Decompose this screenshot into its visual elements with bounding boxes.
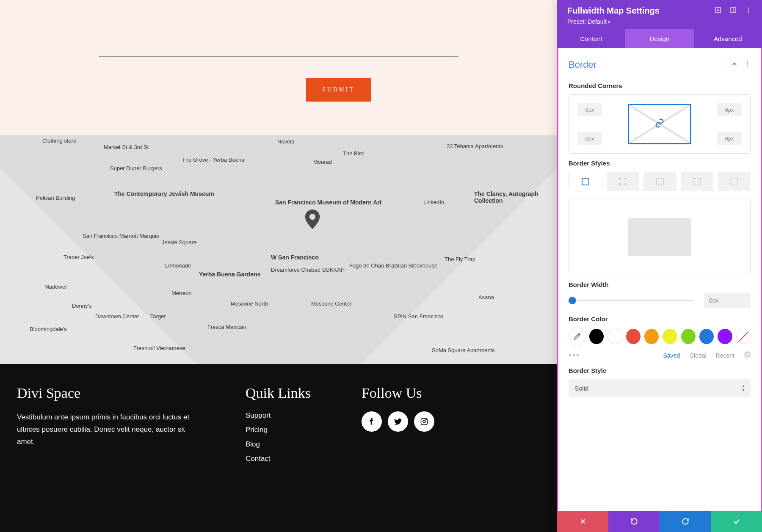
responsive-icon[interactable] <box>730 7 737 15</box>
border-style-left[interactable] <box>718 172 751 191</box>
map-poi-label[interactable]: Clothing store <box>42 138 76 144</box>
corner-tr-input[interactable] <box>717 103 742 116</box>
border-style-all[interactable] <box>569 172 602 191</box>
map-marker-icon[interactable] <box>305 209 320 229</box>
footer-link[interactable]: Contact <box>246 455 311 463</box>
tab-advanced[interactable]: Advanced <box>694 29 762 48</box>
svg-point-13 <box>746 354 748 356</box>
footer-brand-text: Vestibulum ante ipsum primis in faucibus… <box>17 411 195 448</box>
twitter-icon[interactable] <box>388 411 408 432</box>
corner-link-toggle[interactable] <box>628 104 691 144</box>
corner-tl-input[interactable] <box>577 103 602 116</box>
color-tab-global[interactable]: Global <box>689 352 706 359</box>
facebook-icon[interactable] <box>362 411 382 432</box>
color-swatch[interactable] <box>663 329 677 344</box>
more-colors-icon[interactable]: ••• <box>569 350 580 360</box>
fullwidth-map[interactable]: Market St & 3rd StSuper Duper BurgersThe… <box>0 135 557 364</box>
corner-bl-input[interactable] <box>577 132 602 145</box>
hero-section: SUBMIT <box>0 0 557 135</box>
save-button[interactable] <box>711 511 762 532</box>
map-poi-label[interactable]: Trader Joe's <box>64 254 94 260</box>
footer-link[interactable]: Pricing <box>246 426 311 434</box>
map-poi-label[interactable]: Denny's <box>72 303 92 309</box>
footer-link[interactable]: Blog <box>246 440 311 449</box>
instagram-icon[interactable] <box>414 411 434 432</box>
map-poi-label[interactable]: Fresca Mexican <box>207 324 246 330</box>
undo-button[interactable] <box>608 511 660 532</box>
border-style-right[interactable] <box>643 172 676 191</box>
tab-design[interactable]: Design <box>625 29 693 48</box>
section-menu-icon[interactable] <box>744 61 751 69</box>
border-styles-label: Border Styles <box>569 160 751 167</box>
color-swatch[interactable] <box>626 329 641 344</box>
svg-point-7 <box>748 8 749 9</box>
eyedropper-icon[interactable] <box>569 328 585 345</box>
message-textarea[interactable] <box>99 10 458 57</box>
map-poi-label[interactable]: Target <box>150 313 166 320</box>
border-style-top[interactable] <box>607 172 640 191</box>
map-poi-label[interactable]: The Clancy, Autograph Collection <box>474 190 557 204</box>
map-poi-label[interactable]: Jessie Square <box>162 239 196 245</box>
map-poi-label[interactable]: Mourad <box>313 159 332 165</box>
map-poi-label[interactable]: W San Francisco <box>271 254 319 261</box>
svg-point-8 <box>748 9 749 11</box>
map-poi-label[interactable]: The Fly Trap <box>444 256 475 262</box>
map-poi-label[interactable]: San Francisco Marriott Marquis <box>83 233 159 239</box>
map-poi-label[interactable]: Pelican Building <box>36 195 75 201</box>
map-poi-label[interactable]: Super Duper Burgers <box>110 165 162 171</box>
border-style-select[interactable]: Solid <box>569 379 751 397</box>
border-color-label: Border Color <box>569 315 751 323</box>
map-poi-label[interactable]: SoMa Square Apartments <box>432 347 495 353</box>
color-none[interactable] <box>736 329 751 344</box>
map-poi-label[interactable]: SPIN San Francisco <box>394 313 443 320</box>
color-swatch[interactable] <box>681 329 696 344</box>
map-poi-label[interactable]: Yerba Buena Gardens <box>199 271 261 278</box>
rounded-corners-label: Rounded Corners <box>569 82 751 89</box>
corner-br-input[interactable] <box>717 132 742 145</box>
border-width-input[interactable] <box>704 293 751 308</box>
map-poi-label[interactable]: LinkedIn <box>423 199 444 205</box>
color-swatch[interactable] <box>644 329 659 344</box>
map-poi-label[interactable]: Freshroll Vietnamese <box>133 345 185 351</box>
map-poi-label[interactable]: Dreamforce Chabad SUKKAH <box>271 267 345 273</box>
section-border-title[interactable]: Border <box>569 59 596 70</box>
preset-selector[interactable]: Preset: Default <box>567 18 752 25</box>
map-poi-label[interactable]: Moscone North <box>231 300 268 307</box>
map-poi-label[interactable]: Fogo de Chão Brazilian Steakhouse <box>349 262 437 269</box>
color-swatch[interactable] <box>718 329 732 344</box>
border-width-slider[interactable] <box>569 300 694 301</box>
redo-button[interactable] <box>660 511 711 532</box>
expand-icon[interactable] <box>715 7 721 15</box>
map-poi-label[interactable]: Novela <box>277 138 294 145</box>
map-poi-label[interactable]: The Grove - Yerba Buena <box>182 157 244 163</box>
map-poi-label[interactable]: Madewell <box>44 284 68 290</box>
map-poi-label[interactable]: Lemonade <box>165 262 191 269</box>
submit-button[interactable]: SUBMIT <box>306 78 371 102</box>
panel-footer <box>557 511 762 532</box>
color-tab-recent[interactable]: Recent <box>716 352 734 359</box>
map-poi-label[interactable]: The Contemporary Jewish Museum <box>114 190 214 197</box>
map-poi-label[interactable]: Bloomingdale's <box>30 326 67 332</box>
color-swatch[interactable] <box>589 329 604 344</box>
footer-link[interactable]: Support <box>246 411 311 420</box>
link-icon <box>655 119 664 130</box>
tab-content[interactable]: Content <box>557 29 625 48</box>
map-poi-label[interactable]: Market St & 3rd St <box>104 144 149 150</box>
close-button[interactable] <box>557 511 608 532</box>
map-poi-label[interactable]: San Francisco Museum of Modern Art <box>275 199 382 206</box>
color-tab-saved[interactable]: Saved <box>663 352 680 359</box>
map-poi-label[interactable]: The Bird <box>343 150 364 157</box>
map-poi-label[interactable]: Asana <box>478 294 494 300</box>
map-poi-label[interactable]: Moscone Center <box>311 300 351 307</box>
svg-point-4 <box>718 9 719 11</box>
menu-dots-icon[interactable] <box>745 7 752 15</box>
border-style-bottom[interactable] <box>681 172 714 191</box>
color-swatch[interactable] <box>699 329 714 344</box>
footer: Divi Space Vestibulum ante ipsum primis … <box>0 364 557 532</box>
map-poi-label[interactable]: Metreon <box>171 290 192 296</box>
map-poi-label[interactable]: 33 Tehama Apartments <box>447 143 503 149</box>
color-swatch[interactable] <box>607 329 622 344</box>
gear-icon[interactable] <box>744 351 751 360</box>
chevron-up-icon[interactable] <box>731 61 738 69</box>
map-poi-label[interactable]: Downtown Center <box>95 313 139 320</box>
